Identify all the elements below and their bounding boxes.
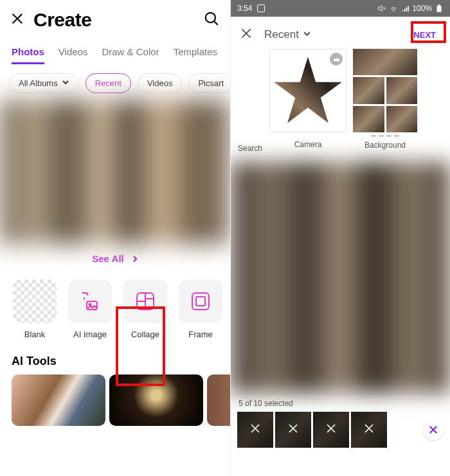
battery-icon [435, 4, 444, 13]
selected-thumb[interactable] [275, 412, 311, 448]
next-button[interactable]: NEXT [408, 28, 441, 42]
ai-tools-row [0, 375, 230, 426]
chip-label: All Albums [19, 78, 58, 88]
wifi-icon [389, 4, 398, 13]
feature-label: Camera [269, 140, 346, 149]
tool-frame[interactable]: Frame [175, 279, 226, 339]
photo-gallery-preview[interactable] [0, 100, 230, 244]
star-collage-preview [273, 55, 343, 126]
chip-picsart[interactable]: Picsart [188, 73, 230, 93]
tool-blank[interactable]: Blank [9, 279, 60, 339]
chip-videos[interactable]: Videos [138, 73, 183, 93]
close-icon[interactable] [240, 27, 253, 42]
page-title: Create [33, 9, 91, 31]
ai-tool-card[interactable] [12, 375, 105, 426]
category-tabs: Photos Videos Draw & Color Templates [0, 33, 230, 64]
selected-thumb[interactable] [237, 412, 273, 448]
status-battery: 100% [412, 4, 432, 13]
see-all-button[interactable]: See All [0, 244, 230, 273]
tool-label: Frame [175, 330, 226, 339]
status-bar: 3:54 100% [231, 0, 450, 17]
tool-collage[interactable]: Collage [120, 279, 171, 339]
tool-label: AI Image [64, 330, 116, 339]
see-all-label: See All [92, 253, 123, 264]
signal-icon [401, 4, 410, 13]
feature-label: Search [237, 144, 263, 153]
photo-grid-blurred[interactable] [231, 162, 450, 393]
background-grid-preview [353, 49, 417, 132]
ai-image-icon [68, 279, 112, 323]
feature-background[interactable]: Background [353, 49, 417, 150]
tool-ai-image[interactable]: AI Image [64, 279, 116, 339]
ai-tools-header: AI Tools [0, 342, 230, 375]
feature-camera[interactable]: Camera [269, 49, 346, 149]
tab-draw-color[interactable]: Draw & Color [102, 46, 159, 64]
screenshot-icon [257, 4, 265, 12]
svg-rect-6 [437, 6, 442, 12]
album-title[interactable]: Recent [264, 28, 299, 41]
tab-photos[interactable]: Photos [12, 46, 44, 64]
clear-selection-button[interactable] [423, 419, 444, 440]
selected-thumb[interactable] [351, 412, 387, 448]
tool-row: Blank AI Image Collage Frame [0, 273, 230, 342]
svg-rect-4 [192, 293, 209, 310]
premium-badge [330, 53, 343, 66]
remove-icon [287, 423, 299, 437]
svg-point-0 [206, 13, 215, 22]
chevron-right-icon [132, 256, 138, 262]
frame-icon [179, 279, 222, 323]
blank-icon [13, 279, 57, 323]
selected-thumb[interactable] [313, 412, 349, 448]
remove-icon [363, 423, 375, 437]
selection-count: 5 of 10 selected [237, 398, 444, 412]
collage-icon [123, 279, 167, 323]
chip-recent[interactable]: Recent [86, 73, 131, 93]
remove-icon [249, 423, 261, 437]
filter-chips: All Albums Recent Videos Picsart [0, 64, 230, 100]
ai-tool-card[interactable] [109, 375, 203, 426]
ai-tool-card[interactable] [207, 375, 230, 426]
status-time: 3:54 [237, 4, 252, 13]
tool-label: Blank [9, 330, 60, 339]
tab-videos[interactable]: Videos [59, 46, 88, 64]
search-icon[interactable] [203, 10, 220, 30]
remove-icon [325, 423, 337, 437]
svg-rect-7 [438, 4, 440, 6]
tool-label: Collage [120, 330, 171, 339]
chevron-down-icon[interactable] [303, 29, 311, 40]
mute-icon [377, 4, 386, 13]
chip-all-albums[interactable]: All Albums [9, 73, 79, 93]
feature-label: Background [353, 141, 417, 150]
pagination-dots [353, 135, 417, 137]
chevron-down-icon [62, 78, 69, 88]
feature-search[interactable]: Search [237, 49, 263, 153]
tab-templates[interactable]: Templates [174, 46, 217, 64]
svg-rect-5 [196, 297, 205, 306]
selection-bar: 5 of 10 selected [231, 393, 450, 448]
close-icon[interactable] [10, 12, 24, 28]
